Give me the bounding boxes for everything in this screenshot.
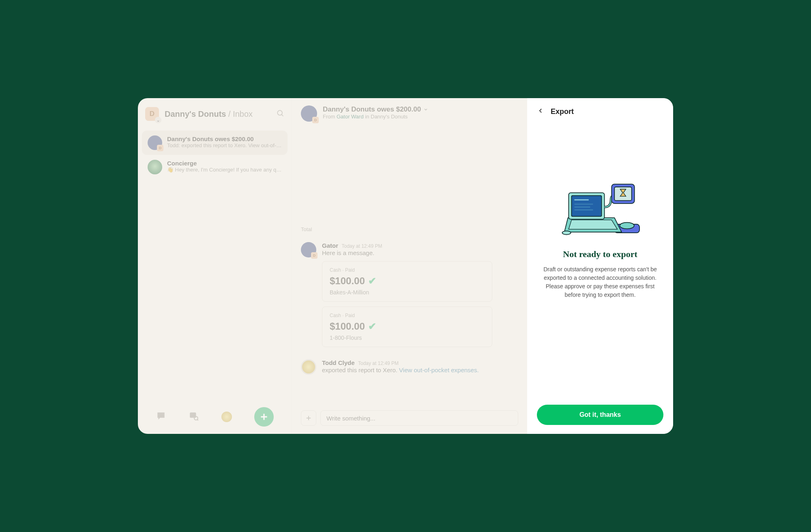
sidebar-header: D ⌄ Danny's Donuts / Inbox xyxy=(138,98,292,128)
sidebar-section: Inbox xyxy=(233,109,253,118)
expense-meta: Cash · Paid xyxy=(330,313,485,318)
new-button[interactable] xyxy=(254,407,274,427)
app-window: D ⌄ Danny's Donuts / Inbox D Danny's Don… xyxy=(138,98,673,434)
message-text: Here is a message. xyxy=(322,249,518,256)
got-it-button[interactable]: Got it, thanks xyxy=(537,405,663,425)
expense-amount: $100.00 xyxy=(330,275,365,287)
expense-meta: Cash · Paid xyxy=(330,267,485,273)
avatar: D xyxy=(301,105,317,122)
avatar-badge: D xyxy=(312,117,319,123)
search-icon[interactable] xyxy=(276,109,284,119)
svg-point-3 xyxy=(194,416,198,420)
expense-amount: $100.00 xyxy=(330,321,365,332)
conversation-title: Danny's Donuts owes $200.00 xyxy=(167,135,282,142)
sidebar-title: Danny's Donuts / Inbox xyxy=(165,109,270,119)
thread-title[interactable]: Danny's Donuts owes $200.00 xyxy=(323,105,428,114)
expense-merchant: 1-800-Flours xyxy=(330,335,485,341)
export-drawer: Export xyxy=(527,98,673,434)
conversation-preview: Todd: exported this report to Xero. View… xyxy=(167,142,282,148)
conversation-item[interactable]: D Danny's Donuts owes $200.00 Todd: expo… xyxy=(142,131,287,155)
background-illustration xyxy=(301,131,518,224)
workspace-avatar[interactable]: D ⌄ xyxy=(145,107,159,121)
avatar: D xyxy=(148,135,162,150)
chevron-down-icon xyxy=(423,107,428,112)
avatar xyxy=(301,359,316,375)
drawer-heading: Not ready to export xyxy=(563,249,637,260)
avatar xyxy=(148,160,162,174)
expense-card[interactable]: Cash · Paid $100.00✔ 1-800-Flours xyxy=(322,307,492,347)
view-expenses-link[interactable]: View out-of-pocket expenses. xyxy=(399,367,479,373)
svg-line-4 xyxy=(197,420,198,420)
main-pane: D Danny's Donuts owes $200.00 From Gator… xyxy=(292,98,527,434)
message-author: Todd Clyde xyxy=(322,359,355,366)
chat-icon[interactable] xyxy=(156,411,166,423)
add-button[interactable] xyxy=(301,410,316,426)
composer-input[interactable]: Write something... xyxy=(320,410,518,426)
coin-icon[interactable] xyxy=(221,412,232,422)
conversation-list: D Danny's Donuts owes $200.00 Todd: expo… xyxy=(138,128,292,182)
message: Todd Clyde Today at 12:49 PM exported th… xyxy=(301,359,518,375)
drawer-paragraph: Draft or outstanding expense reports can… xyxy=(539,265,661,299)
laptop-hourglass-illustration xyxy=(556,178,645,239)
message-timestamp: Today at 12:49 PM xyxy=(341,243,382,249)
expense-merchant: Bakes-A-Million xyxy=(330,289,485,296)
sidebar: D ⌄ Danny's Donuts / Inbox D Danny's Don… xyxy=(138,98,292,434)
drawer-header: Export xyxy=(537,107,663,116)
svg-point-10 xyxy=(620,223,634,229)
message-text: exported this report to Xero. View out-o… xyxy=(322,367,518,373)
avatar: D xyxy=(301,242,316,257)
check-icon: ✔ xyxy=(368,275,376,287)
message-timestamp: Today at 12:49 PM xyxy=(358,360,399,366)
chevron-down-icon: ⌄ xyxy=(155,117,161,123)
svg-rect-12 xyxy=(571,195,601,216)
thread-header: D Danny's Donuts owes $200.00 From Gator… xyxy=(292,98,527,129)
thread-subtitle: From Gator Ward in Danny's Donuts xyxy=(323,114,428,120)
conversation-item[interactable]: Concierge 👋 Hey there, I'm Concierge! If… xyxy=(142,155,287,179)
drawer-body: Not ready to export Draft or outstanding… xyxy=(537,126,663,399)
conversation-title: Concierge xyxy=(167,160,282,167)
svg-line-1 xyxy=(282,114,283,116)
composer: Write something... xyxy=(292,405,527,434)
conversation-preview: 👋 Hey there, I'm Concierge! If you have … xyxy=(167,167,282,173)
check-icon: ✔ xyxy=(368,321,376,332)
receipt-search-icon[interactable] xyxy=(189,411,199,423)
from-link[interactable]: Gator Ward xyxy=(337,114,364,120)
avatar-badge: D xyxy=(157,145,163,151)
total-label: Total xyxy=(301,226,518,232)
message-author: Gator xyxy=(322,242,338,249)
workspace-name: Danny's Donuts xyxy=(165,109,226,118)
message: D Gator Today at 12:49 PM Here is a mess… xyxy=(301,242,518,352)
expense-card[interactable]: Cash · Paid $100.00✔ Bakes-A-Million xyxy=(322,261,492,302)
avatar-badge: D xyxy=(311,252,318,259)
workspace-avatar-letter: D xyxy=(150,110,154,118)
svg-point-0 xyxy=(277,110,282,115)
drawer-title: Export xyxy=(551,107,574,116)
thread-body[interactable]: Total D Gator Today at 12:49 PM Here is … xyxy=(292,129,527,405)
svg-point-19 xyxy=(562,231,571,235)
back-button[interactable] xyxy=(537,107,544,116)
sidebar-footer xyxy=(138,400,292,434)
